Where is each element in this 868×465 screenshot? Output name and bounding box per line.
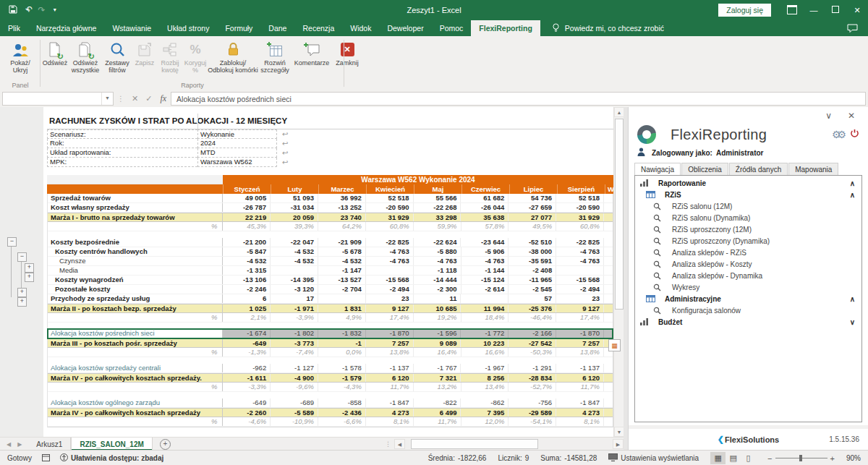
- cell-r3-c0[interactable]: 45,3%: [223, 222, 271, 231]
- cell-r2-c2[interactable]: 23 740: [318, 213, 366, 221]
- cell-r2-c4[interactable]: 33 298: [414, 213, 461, 221]
- cell-r19-c3[interactable]: -1 137: [366, 364, 414, 372]
- cell-r1-c2[interactable]: -13 252: [318, 203, 366, 212]
- sign-in-button[interactable]: Zaloguj się: [718, 4, 771, 17]
- show-hide-panel-button[interactable]: Pokaż/ Ukryj: [3, 38, 38, 74]
- cell-r6-c3[interactable]: -4 763: [366, 247, 414, 256]
- ribbon-tab-dane[interactable]: Dane: [260, 20, 294, 36]
- cell-r0-c2[interactable]: 36 992: [318, 194, 366, 202]
- row-label-alokacja-kosztow-ogolnego-zarzadu[interactable]: Alokacja kosztów ogólnego zarządu: [48, 398, 223, 407]
- cell-r6-c7[interactable]: -4 763: [556, 247, 604, 256]
- tree-section-budzet[interactable]: Budżet∨: [635, 316, 861, 328]
- cell-r25-c0[interactable]: -4,6%: [223, 417, 271, 426]
- cell-r17-c0[interactable]: -1,3%: [223, 348, 271, 357]
- tree-item-analiza-sklepow-dynamika[interactable]: Analiza sklepów - Dynamika: [635, 270, 861, 281]
- undo-icon[interactable]: ↶▾: [25, 5, 30, 15]
- display-settings-button[interactable]: Ustawienia wyświetlania: [608, 453, 699, 463]
- cell-r8-c0[interactable]: -1 315: [223, 266, 271, 275]
- row-label-pozostale-koszty[interactable]: Pozostałe koszty: [48, 285, 223, 294]
- cell-r11-c7[interactable]: 23: [556, 294, 604, 303]
- cell-r10-c5[interactable]: -2 614: [461, 285, 509, 294]
- month-header-maj[interactable]: Maj: [414, 184, 461, 194]
- ribbon-tab-deweloper[interactable]: Deweloper: [379, 20, 431, 36]
- cell-r17-c2[interactable]: 0,0%: [318, 348, 366, 357]
- cell-r20-c6[interactable]: -28 834: [509, 374, 556, 382]
- cell-r12-c6[interactable]: -25 376: [509, 304, 556, 312]
- cell-r24-c3[interactable]: 4 273: [366, 409, 414, 417]
- cell-r16-c6[interactable]: -27 542: [509, 339, 556, 347]
- cell-r12-c5[interactable]: 11 994: [461, 304, 509, 312]
- cell-r1-c6[interactable]: -27 659: [509, 203, 556, 212]
- normal-view-button[interactable]: ▦: [710, 452, 726, 464]
- cell-r15-c7[interactable]: -1 870: [556, 329, 604, 338]
- tree-section-raportowanie[interactable]: Raportowanie∧: [635, 177, 861, 189]
- param-value-scenariusz[interactable]: Wykonanie: [197, 129, 277, 139]
- accessibility-checker[interactable]: Ułatwienia dostępu: zbadaj: [60, 453, 163, 463]
- ribbon-tab-plik[interactable]: Plik: [0, 20, 28, 36]
- scroll-down-icon[interactable]: ▼: [614, 427, 624, 437]
- chevron-up-icon[interactable]: ∧: [850, 179, 855, 187]
- chevron-down-icon[interactable]: ∨: [850, 318, 855, 326]
- vertical-scroll-thumb[interactable]: [615, 119, 624, 310]
- cell-r16-c4[interactable]: 9 089: [414, 339, 461, 347]
- cell-r12-c3[interactable]: 9 127: [366, 304, 414, 312]
- cell-r13-c3[interactable]: 17,4%: [366, 313, 414, 322]
- cell-r12-c7[interactable]: 9 127: [556, 304, 604, 312]
- expand-details-button[interactable]: Rozwińszczegóły: [258, 38, 292, 74]
- cell-r2-c6[interactable]: 27 077: [509, 213, 556, 221]
- cell-r1-c1[interactable]: -31 034: [271, 203, 318, 212]
- cell-r20-c1[interactable]: -4 900: [271, 374, 318, 382]
- cell-r2-c7[interactable]: 31 929: [556, 213, 604, 221]
- cell-r5-c2[interactable]: -21 909: [318, 238, 366, 247]
- cell-r8-c1[interactable]: [271, 266, 318, 275]
- row-label-koszty-centrow-handlowych[interactable]: Koszty centrów handlowych: [48, 247, 223, 256]
- month-header-kwiecien[interactable]: Kwiecień: [366, 184, 414, 194]
- param-value-mpk[interactable]: Warszawa W562: [197, 158, 277, 167]
- cell-r21-c1[interactable]: -9,6%: [271, 383, 318, 391]
- outline-collapse-button[interactable]: −: [17, 252, 27, 262]
- cancel-icon[interactable]: ✕: [132, 94, 138, 103]
- vertical-scrollbar[interactable]: ▲ ▼: [613, 107, 624, 437]
- row-label-x[interactable]: %: [48, 383, 223, 391]
- param-value-uklad-raportowania[interactable]: MTD: [197, 148, 277, 158]
- power-icon[interactable]: [850, 128, 859, 141]
- cell-r13-c1[interactable]: -3,9%: [271, 313, 318, 322]
- cell-r6-c1[interactable]: -4 532: [271, 247, 318, 256]
- outline-expand-button[interactable]: +: [17, 297, 27, 307]
- row-label-marza-iii-po-kosztach-posr-sprzedazy[interactable]: Marża III - po kosztach pośr. sprzedaży: [48, 339, 223, 347]
- cell-r8-c3[interactable]: [366, 266, 414, 275]
- cell-r3-c5[interactable]: 57,8%: [461, 222, 509, 231]
- cell-r0-c7[interactable]: 52 518: [556, 194, 604, 202]
- cell-r10-c6[interactable]: -2 545: [509, 285, 556, 294]
- pane-tab-obliczenia[interactable]: Obliczenia: [681, 163, 728, 175]
- comments-button[interactable]: Komentarze: [292, 38, 332, 67]
- cell-r20-c5[interactable]: 8 256: [461, 374, 509, 382]
- sheet-tab-rzis-salon-12m[interactable]: RZIS_SALON_12M: [71, 438, 152, 451]
- cell-r11-c1[interactable]: 17: [271, 294, 318, 303]
- cell-r9-c3[interactable]: -15 568: [366, 276, 414, 284]
- tree-item-rzis-uproszczony-12m[interactable]: RZiS uproszczony (12M): [635, 223, 861, 235]
- cell-r25-c3[interactable]: 8,1%: [366, 417, 414, 426]
- sheet-tab-arkusz1[interactable]: Arkusz1: [28, 438, 71, 451]
- cell-r3-c1[interactable]: 39,3%: [271, 222, 318, 231]
- ribbon-tab-uklad-strony[interactable]: Układ strony: [159, 20, 217, 36]
- zoom-in-icon[interactable]: +: [830, 454, 835, 463]
- cell-r23-c7[interactable]: -1 847: [556, 398, 604, 407]
- cell-r15-c6[interactable]: -2 166: [509, 329, 556, 338]
- cell-r3-c7[interactable]: 60,8%: [556, 222, 604, 231]
- cell-r2-c3[interactable]: 31 929: [366, 213, 414, 221]
- sheet-prev-icon[interactable]: ◀: [7, 441, 11, 448]
- refresh-all-button[interactable]: ↻ Odświeżwszystkie: [69, 38, 102, 74]
- scroll-left-icon[interactable]: ◀: [394, 439, 405, 449]
- cell-r21-c3[interactable]: 11,7%: [366, 383, 414, 391]
- cell-r20-c2[interactable]: -1 579: [318, 374, 366, 382]
- cell-r24-c1[interactable]: -5 589: [271, 409, 318, 417]
- cell-r3-c3[interactable]: 60,8%: [366, 222, 414, 231]
- cell-r0-c0[interactable]: 49 005: [223, 194, 271, 202]
- name-box[interactable]: ▼: [2, 92, 114, 106]
- cell-r23-c2[interactable]: -858: [318, 398, 366, 407]
- reset-param-icon[interactable]: ↩: [282, 150, 288, 157]
- cell-r25-c6[interactable]: -54,1%: [509, 417, 556, 426]
- cell-r8-c7[interactable]: [556, 266, 604, 275]
- macro-record-icon[interactable]: [42, 454, 50, 463]
